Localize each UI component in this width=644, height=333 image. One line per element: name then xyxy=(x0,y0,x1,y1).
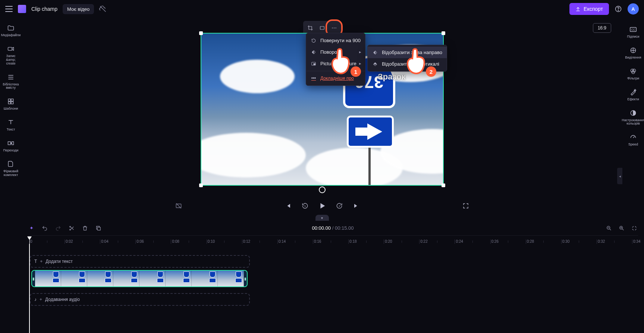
rewind-5s-button[interactable]: 5 xyxy=(301,201,310,210)
menu-item-rotate90[interactable]: Повернути на 900 xyxy=(306,35,365,46)
sidebar-item-text[interactable]: Текст xyxy=(0,115,21,135)
sidebar-item-record[interactable]: Запис &amp; create xyxy=(0,42,21,69)
ruler-minor-tick xyxy=(331,241,332,243)
rotate-handle[interactable] xyxy=(319,186,326,193)
skip-start-button[interactable] xyxy=(283,201,292,210)
resize-handle-tl[interactable] xyxy=(199,31,203,35)
ruler-minor-tick xyxy=(260,241,261,243)
sidebar-item-speed[interactable]: Speed xyxy=(623,130,644,150)
brand-name: Clip champ xyxy=(31,6,57,12)
zoom-in-icon[interactable] xyxy=(618,224,625,232)
sidebar-item-label: Фірмовий комплект xyxy=(0,170,21,177)
sidebar-item-effects[interactable]: Ефекти xyxy=(623,85,644,104)
svg-rect-7 xyxy=(8,142,11,145)
sidebar-item-library[interactable]: Бібліотека вмісту xyxy=(0,70,21,93)
user-avatar[interactable]: A xyxy=(628,3,639,15)
fullscreen-button[interactable] xyxy=(461,201,470,210)
resize-handle-br[interactable] xyxy=(442,183,445,187)
resize-handle-tr[interactable] xyxy=(442,31,445,35)
resize-handle-bl[interactable] xyxy=(199,183,203,187)
video-clip[interactable]: ▮ ▮ xyxy=(31,270,248,287)
filter-icon xyxy=(629,67,637,75)
sidebar-item-label: Настроювання кольорів xyxy=(621,119,644,126)
ruler-minor-tick xyxy=(508,241,509,243)
gauge-icon xyxy=(629,133,637,141)
plus-icon: + xyxy=(40,259,43,264)
clip-thumbnails xyxy=(35,270,244,287)
sidebar-item-color[interactable]: Настроювання кольорів xyxy=(623,106,644,129)
ellipsis-icon: ••• xyxy=(311,76,317,81)
flip-submenu: Відобразити зліва направо Відобразити по… xyxy=(367,45,447,72)
help-icon[interactable] xyxy=(614,5,622,13)
aspect-ratio-chip[interactable]: 16:9 xyxy=(593,23,611,33)
svg-text:CC: CC xyxy=(631,28,635,31)
export-button[interactable]: Експорт xyxy=(569,3,609,15)
fit-button-icon[interactable] xyxy=(317,22,328,34)
menu-item-label: Повернути на 900 xyxy=(320,38,361,43)
app-header: Clip champ Моє відео Експорт A xyxy=(0,0,644,18)
context-menu: Повернути на 900 Поворот ▸ Picture in pi… xyxy=(306,33,365,86)
sidebar-item-templates[interactable]: Шаблони xyxy=(0,94,21,114)
undo-icon[interactable] xyxy=(41,224,48,232)
sidebar-item-filters[interactable]: Фільтри xyxy=(623,64,644,84)
audio-track-label: Додавання аудіо xyxy=(45,297,80,302)
ruler-minor-tick xyxy=(402,241,403,243)
forward-5s-button[interactable]: 5 xyxy=(335,201,344,210)
brand-icon xyxy=(7,160,15,168)
text-track-placeholder[interactable]: T + Додати текст xyxy=(30,255,250,268)
project-name-chip[interactable]: Моє відео xyxy=(63,4,94,14)
skip-end-button[interactable] xyxy=(352,201,361,210)
total-time: 00:15.00 xyxy=(335,225,354,231)
submenu-item-label: Відобразити зліва направо xyxy=(382,50,442,55)
sidebar-item-label: Виділення xyxy=(624,56,642,60)
svg-rect-3 xyxy=(8,99,10,101)
sidebar-item-media[interactable]: Медіафайли xyxy=(0,21,21,40)
clip-grip-right[interactable]: ▮ xyxy=(244,277,247,281)
redo-icon[interactable] xyxy=(54,224,62,232)
svg-point-25 xyxy=(70,226,71,227)
export-button-label: Експорт xyxy=(584,6,603,12)
menu-separator xyxy=(306,71,365,71)
contrast-icon xyxy=(629,109,637,117)
zoom-out-icon[interactable] xyxy=(605,224,613,232)
hide-preview-icon[interactable] xyxy=(174,201,183,211)
svg-text:5: 5 xyxy=(304,205,305,207)
ai-tools-icon[interactable]: ✦ xyxy=(28,224,35,232)
clip-grip-left[interactable]: ▮ xyxy=(32,277,35,281)
chevron-right-icon: ▸ xyxy=(359,61,361,66)
cloud-sync-off-icon[interactable] xyxy=(99,5,107,13)
duplicate-icon[interactable] xyxy=(95,224,102,232)
svg-rect-5 xyxy=(8,102,10,104)
ruler-minor-tick xyxy=(82,241,84,243)
svg-point-18 xyxy=(333,28,334,28)
play-button[interactable] xyxy=(318,201,327,210)
submenu-item-flip-vertical[interactable]: Відобразити по вертикалі xyxy=(368,58,447,70)
timeline-toolbar: ✦ 00:00.00 / 00:15.00 xyxy=(28,221,638,236)
crop-button-icon[interactable] xyxy=(305,22,316,34)
ruler-tick: 0:22 xyxy=(419,239,427,244)
playhead[interactable] xyxy=(29,237,30,333)
sidebar-item-label: Шаблони xyxy=(3,107,19,111)
split-icon[interactable] xyxy=(68,224,75,232)
menu-item-flip[interactable]: Поворот ▸ xyxy=(306,46,365,58)
sample-watermark: Зразок xyxy=(378,72,406,82)
timeline-collapse-handle[interactable]: ▾ xyxy=(315,215,329,221)
delete-icon[interactable] xyxy=(81,224,89,232)
audio-track-placeholder[interactable]: ♪ + Додавання аудіо xyxy=(30,293,250,306)
sidebar-item-captions[interactable]: CC Підписи xyxy=(623,22,644,42)
menu-item-pip[interactable]: Picture in picture ▸ xyxy=(306,58,365,69)
sidebar-item-transitions[interactable]: Переходи xyxy=(0,136,21,155)
zoom-fit-icon[interactable] xyxy=(631,224,638,232)
svg-point-1 xyxy=(618,10,618,11)
more-options-button[interactable] xyxy=(329,22,340,34)
sidebar-item-adjust[interactable]: Виділення xyxy=(623,43,644,63)
music-note-icon: ♪ xyxy=(34,297,37,302)
stack-icon xyxy=(7,73,15,81)
menu-item-learn-more[interactable]: ••• Докладніше про xyxy=(306,73,365,84)
ruler-minor-tick xyxy=(224,241,225,243)
timeline-ruler[interactable]: 00:020:040:060:080:100:120:140:160:180:2… xyxy=(28,237,638,249)
svg-rect-27 xyxy=(97,227,100,230)
sidebar-item-brandkit[interactable]: Фірмовий комплект xyxy=(0,157,21,180)
hamburger-menu-icon[interactable] xyxy=(5,6,13,12)
submenu-item-flip-horizontal[interactable]: Відобразити зліва направо xyxy=(368,47,447,58)
